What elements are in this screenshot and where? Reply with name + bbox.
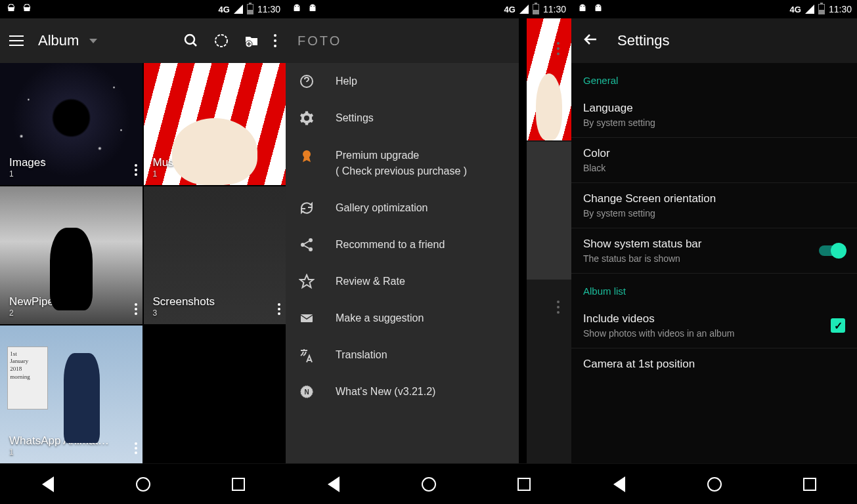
nav-recent-button[interactable]	[230, 476, 247, 493]
tile-overflow-button[interactable]	[278, 164, 280, 176]
drawer-item-help[interactable]: Help	[286, 63, 519, 100]
svg-point-14	[311, 6, 312, 7]
badge-icon	[299, 148, 315, 164]
nav-recent-button[interactable]	[801, 476, 818, 493]
signal-icon	[519, 5, 529, 14]
setting-orientation[interactable]: Change Screen orientation By system sett…	[571, 183, 857, 228]
nav-home-button[interactable]	[706, 476, 723, 493]
help-icon	[299, 74, 315, 89]
album-count: 3	[153, 308, 277, 318]
svg-rect-2	[9, 7, 14, 11]
album-tile-music[interactable]: Music 1	[144, 63, 286, 185]
nav-home-button[interactable]	[135, 476, 152, 493]
overflow-menu-button[interactable]	[557, 42, 560, 55]
album-name: WhatsApp Animat…	[9, 434, 133, 448]
setting-status-bar[interactable]: Show system status bar The status bar is…	[571, 228, 857, 274]
nav-back-button[interactable]	[611, 476, 628, 493]
svg-point-29	[600, 6, 601, 7]
toolbar-title[interactable]: Album	[38, 32, 79, 49]
svg-rect-5	[24, 7, 30, 11]
album-tile-newpipe[interactable]: NewPipe 2	[0, 186, 143, 324]
tile-overflow-button[interactable]	[278, 303, 280, 315]
section-header-album-list: Album list	[571, 274, 857, 303]
drawer-item-label: Gallery optimization	[336, 201, 428, 215]
drawer-item-recommend[interactable]: Recommend to a friend	[286, 226, 519, 263]
tile-overflow-button[interactable]	[135, 442, 137, 454]
svg-rect-24	[580, 7, 586, 11]
album-count: 1	[153, 169, 277, 178]
status-bar: 4G 11:30	[571, 0, 857, 18]
app-toolbar: Album	[0, 18, 286, 63]
add-folder-button[interactable]	[244, 33, 259, 49]
section-header-general: General	[571, 63, 857, 93]
new-badge-icon: N	[299, 384, 315, 400]
drawer-item-settings[interactable]: Settings	[286, 100, 519, 136]
album-count: 1	[9, 169, 133, 178]
menu-button[interactable]	[9, 35, 24, 46]
nav-home-button[interactable]	[420, 476, 437, 493]
tile-overflow-button[interactable]	[135, 164, 137, 176]
album-grid: Images 1 Music 1 NewPipe 2 Screenshots 3	[0, 63, 286, 463]
android-head-icon	[307, 3, 319, 15]
nav-recent-button[interactable]	[516, 476, 533, 493]
setting-name: Show system status bar	[583, 238, 819, 251]
setting-color[interactable]: Color Black	[571, 138, 857, 183]
setting-value: Black	[583, 163, 845, 173]
tile-overflow-button[interactable]	[135, 303, 137, 315]
drawer-item-label: Recommend to a friend	[336, 238, 445, 252]
svg-rect-10	[294, 7, 300, 11]
settings-toolbar: Settings	[571, 18, 857, 63]
svg-point-15	[314, 6, 315, 7]
svg-point-3	[25, 7, 26, 8]
overflow-menu-button[interactable]	[557, 301, 560, 314]
backdrop-content	[527, 18, 571, 463]
svg-point-4	[28, 7, 30, 8]
signal-icon	[234, 5, 243, 14]
setting-camera-first[interactable]: Camera at 1st position	[571, 348, 857, 380]
album-tile-images[interactable]: Images 1	[0, 63, 143, 185]
setting-value: Show photos with videos in an album	[583, 328, 831, 339]
svg-point-20	[309, 247, 313, 251]
drawer-item-label: Help	[336, 74, 357, 89]
album-name: Images	[9, 156, 133, 169]
nav-back-button[interactable]	[325, 476, 342, 493]
svg-point-1	[12, 7, 14, 8]
android-head-icon	[291, 3, 303, 15]
phone-drawer-view: 4G 11:30 FOTO Help Settings	[286, 0, 571, 504]
dropdown-icon[interactable]	[89, 39, 97, 43]
settings-list[interactable]: General Language By system setting Color…	[571, 63, 857, 463]
navigation-bar	[0, 463, 286, 504]
mail-icon	[299, 310, 315, 326]
clock: 11:30	[543, 4, 566, 14]
sync-icon	[299, 200, 315, 216]
setting-include-videos[interactable]: Include videos Show photos with videos i…	[571, 303, 857, 348]
album-tile-screenshots[interactable]: Screenshots 3	[144, 186, 286, 324]
svg-point-18	[309, 238, 313, 242]
drawer-backdrop[interactable]: FOTO Help Settings Premium upgrade( Chec…	[286, 18, 571, 463]
drawer-item-premium[interactable]: Premium upgrade( Check previous purchase…	[286, 136, 519, 190]
drawer-item-optimization[interactable]: Gallery optimization	[286, 190, 519, 226]
drawer-item-suggestion[interactable]: Make a suggestion	[286, 300, 519, 337]
app-logo: FOTO	[297, 33, 341, 49]
clock: 11:30	[829, 4, 852, 14]
svg-point-17	[303, 150, 311, 158]
drawer-item-whatsnew[interactable]: N What's New (v3.21.2)	[286, 373, 519, 410]
album-tile-whatsapp[interactable]: 1st January 2018 morning WhatsApp Animat…	[0, 326, 143, 463]
back-button[interactable]	[583, 32, 599, 50]
overflow-menu-button[interactable]	[274, 34, 276, 47]
svg-text:N: N	[304, 388, 309, 396]
drawer-item-translation[interactable]: Translation	[286, 337, 519, 373]
aperture-icon[interactable]	[213, 33, 229, 49]
svg-point-11	[295, 6, 296, 7]
star-icon	[299, 274, 315, 289]
album-count: 1	[9, 448, 133, 457]
toggle-switch[interactable]	[819, 245, 845, 256]
setting-name: Include videos	[583, 312, 831, 326]
share-icon	[299, 237, 315, 253]
search-button[interactable]	[183, 33, 199, 49]
checkbox[interactable]: ✓	[831, 318, 845, 333]
drawer-item-review[interactable]: Review & Rate	[286, 263, 519, 300]
setting-language[interactable]: Language By system setting	[571, 93, 857, 138]
nav-back-button[interactable]	[39, 476, 56, 493]
svg-line-7	[193, 43, 196, 46]
